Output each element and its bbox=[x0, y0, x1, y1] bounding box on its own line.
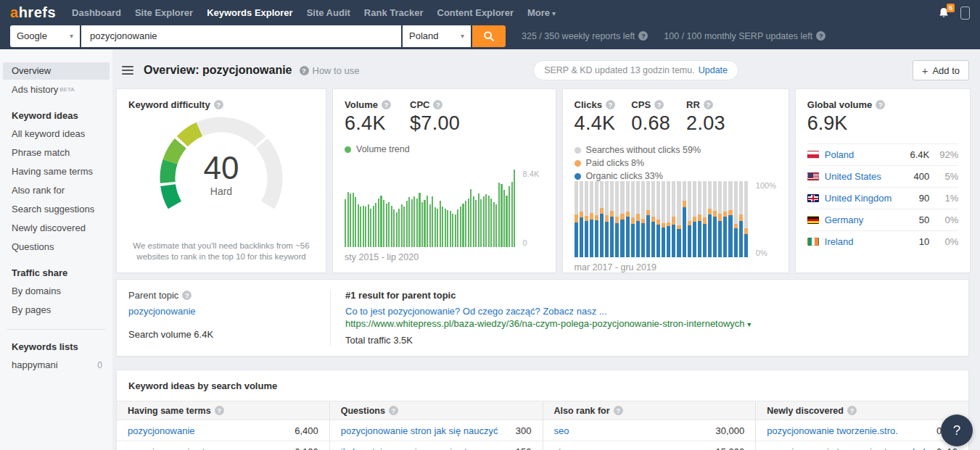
cps-metric: CPS? 0.68 bbox=[631, 99, 670, 135]
pl-flag-icon bbox=[807, 151, 819, 159]
add-to-button[interactable]: +Add to bbox=[913, 60, 969, 80]
clicks-bar bbox=[708, 181, 712, 257]
paid-segment bbox=[620, 214, 624, 219]
keyword-link[interactable]: pozycjonowanie bbox=[128, 425, 287, 436]
nav-item-dashboard[interactable]: Dashboard bbox=[72, 7, 121, 18]
sidebar-item-by-domains[interactable]: By domains bbox=[3, 283, 110, 300]
volume-value: 6.4K bbox=[345, 112, 391, 135]
sidebar-item-newly-discovered[interactable]: Newly discovered bbox=[3, 220, 110, 237]
collapse-sidebar-icon[interactable] bbox=[122, 66, 133, 75]
sidebar-item-having-same-terms[interactable]: Having same terms bbox=[3, 163, 110, 180]
sidebar-section-header: Traffic share bbox=[0, 257, 112, 283]
help-icon[interactable]: ? bbox=[704, 100, 713, 109]
help-icon[interactable]: ? bbox=[382, 100, 391, 109]
sidebar-item-all-keyword-ideas[interactable]: All keyword ideas bbox=[3, 125, 110, 143]
clicks-chart: 100%0% bbox=[575, 181, 777, 257]
help-icon[interactable]: ? bbox=[182, 291, 192, 300]
help-icon[interactable]: ? bbox=[847, 406, 857, 415]
search-engine-select[interactable]: Google▾ bbox=[10, 25, 80, 47]
paid-segment bbox=[728, 210, 732, 215]
help-icon[interactable]: ? bbox=[433, 100, 442, 109]
sidebar-item-happymani[interactable]: happymani0 bbox=[3, 357, 110, 374]
clicks-bar bbox=[734, 181, 738, 257]
help-icon[interactable]: ? bbox=[654, 100, 664, 109]
help-icon[interactable]: ? bbox=[606, 100, 615, 109]
mobile-app-icon[interactable] bbox=[960, 7, 970, 20]
help-icon[interactable]: ? bbox=[638, 31, 648, 41]
ideas-column-header: Also rank for? bbox=[543, 401, 756, 420]
paid-segment bbox=[651, 217, 655, 221]
help-icon[interactable]: ? bbox=[876, 100, 885, 109]
nav-item-site-explorer[interactable]: Site Explorer bbox=[135, 7, 193, 18]
keyword-link[interactable]: pozycjonowanie stron bbox=[128, 446, 287, 450]
clicks-bar bbox=[698, 181, 701, 257]
keyword-link[interactable]: strony bbox=[554, 446, 709, 450]
volume-bar bbox=[365, 207, 366, 247]
paid-segment bbox=[683, 201, 686, 207]
keyword-link[interactable]: pozycjonowanie tworzenie.stro. bbox=[767, 425, 929, 436]
help-icon[interactable]: ? bbox=[816, 31, 825, 41]
parent-result-title-link[interactable]: Co to jest pozycjonowanie? Od czego zacz… bbox=[345, 306, 607, 317]
parent-topic-link[interactable]: pozycjonowanie bbox=[128, 306, 196, 317]
how-to-use-link[interactable]: ?How to use bbox=[300, 65, 360, 76]
help-icon[interactable]: ? bbox=[614, 406, 623, 415]
volume-bar bbox=[440, 201, 441, 247]
help-icon[interactable]: ? bbox=[215, 406, 224, 415]
country-link-poland[interactable]: Poland bbox=[825, 149, 892, 160]
keyword-row: pozycjonowanie stron jak się nauczyć300 bbox=[330, 420, 543, 441]
clicks-bar bbox=[667, 181, 670, 257]
country-link-germany[interactable]: Germany bbox=[825, 214, 892, 225]
clicks-legend-item: Organic clicks 33% bbox=[575, 171, 777, 181]
volume-bar bbox=[373, 206, 374, 247]
us-flag-icon bbox=[807, 172, 819, 180]
ahrefs-logo[interactable]: ahrefs bbox=[10, 4, 56, 21]
keyword-ideas-card: Keyword ideas by search volume Having sa… bbox=[116, 370, 969, 450]
nav-item-more[interactable]: More▾ bbox=[527, 7, 556, 18]
logo-text: hrefs bbox=[19, 4, 56, 20]
keyword-ideas-title: Keyword ideas by search volume bbox=[117, 380, 968, 401]
country-link-ireland[interactable]: Ireland bbox=[825, 236, 892, 247]
volume-bar bbox=[468, 199, 469, 248]
volume-bar bbox=[490, 199, 492, 248]
keyword-input[interactable] bbox=[81, 25, 401, 47]
country-link-united-states[interactable]: United States bbox=[825, 171, 892, 182]
help-icon[interactable]: ? bbox=[214, 100, 223, 109]
clicks-bar bbox=[656, 181, 660, 257]
parent-result-url[interactable]: https://www.whitepress.pl/baza-wiedzy/36… bbox=[345, 318, 954, 329]
country-select[interactable]: Poland▾ bbox=[403, 25, 471, 47]
nav-item-keywords-explorer[interactable]: Keywords Explorer bbox=[207, 7, 293, 18]
sidebar-item-overview[interactable]: Overview bbox=[3, 62, 110, 80]
organic-segment bbox=[641, 223, 645, 257]
volume-bar bbox=[347, 192, 349, 247]
keyword-row: ile kosztuje pozycjonowanie strony150 bbox=[330, 441, 543, 450]
help-icon[interactable]: ? bbox=[389, 406, 398, 415]
keyword-link[interactable]: pozycjonowanie tworzenie.stron cybal bbox=[767, 446, 929, 450]
nav-item-content-explorer[interactable]: Content Explorer bbox=[437, 7, 514, 18]
volume-bar bbox=[462, 204, 464, 247]
country-percent: 0% bbox=[935, 236, 958, 247]
volume-bar bbox=[460, 207, 461, 247]
legend-dot bbox=[575, 147, 581, 154]
update-link[interactable]: Update bbox=[699, 65, 728, 75]
organic-segment bbox=[744, 234, 748, 258]
volume-bar bbox=[445, 209, 446, 248]
nav-item-site-audit[interactable]: Site Audit bbox=[307, 7, 350, 18]
sidebar-item-phrase-match[interactable]: Phrase match bbox=[3, 144, 110, 162]
help-fab[interactable]: ? bbox=[941, 414, 973, 446]
notification-badge: 5 bbox=[947, 4, 955, 12]
nav-item-rank-tracker[interactable]: Rank Tracker bbox=[364, 7, 424, 18]
sidebar-item-search-suggestions[interactable]: Search suggestions bbox=[3, 201, 110, 218]
keyword-link[interactable]: pozycjonowanie stron jak się nauczyć bbox=[341, 425, 508, 436]
country-link-united-kingdom[interactable]: United Kingdom bbox=[825, 193, 892, 204]
search-button[interactable] bbox=[472, 25, 506, 47]
volume-bar bbox=[375, 203, 376, 247]
sidebar-item-questions[interactable]: Questions bbox=[3, 238, 110, 256]
sidebar-item-by-pages[interactable]: By pages bbox=[3, 301, 110, 319]
sidebar-item-also-rank-for[interactable]: Also rank for bbox=[3, 182, 110, 199]
keyword-link[interactable]: ile kosztuje pozycjonowanie strony bbox=[341, 446, 508, 450]
clicks-legend-item: Paid clicks 8% bbox=[575, 158, 777, 168]
sidebar-divider bbox=[7, 329, 105, 330]
sidebar-item-ads-history[interactable]: Ads historyBETA bbox=[3, 81, 110, 99]
notifications-bell-icon[interactable]: 5 bbox=[937, 7, 950, 20]
keyword-link[interactable]: seo bbox=[554, 425, 709, 436]
